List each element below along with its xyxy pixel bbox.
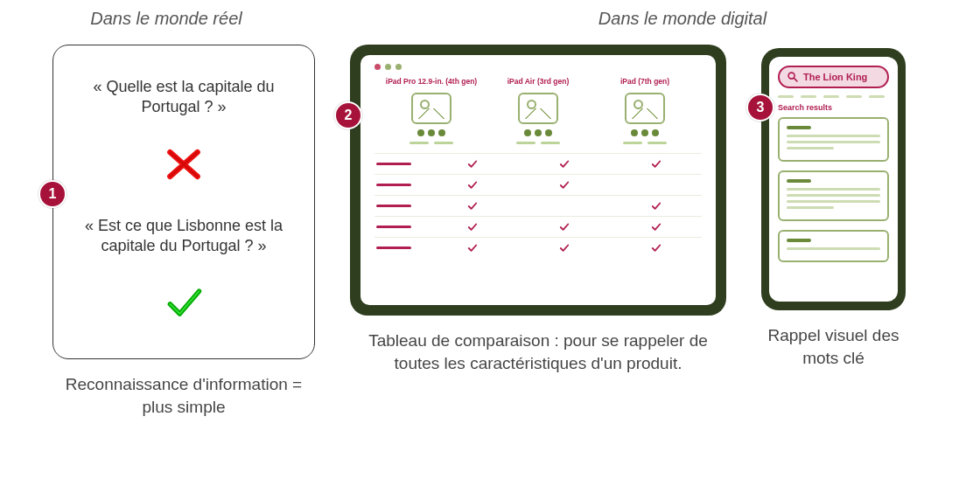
- check-cell: [427, 219, 519, 235]
- table-row: [374, 237, 702, 258]
- check-cell: [610, 240, 702, 256]
- check-cell: [519, 156, 611, 172]
- check-cell: [610, 219, 702, 235]
- panel-search-results: 3 The Lion King Search results: [761, 48, 906, 310]
- row-label-placeholder: [374, 205, 427, 207]
- result-card: [778, 117, 889, 162]
- search-query-text: The Lion King: [803, 72, 867, 82]
- badge-three: 3: [746, 94, 774, 121]
- placeholder-lines: [410, 142, 453, 144]
- svg-line-1: [794, 78, 797, 81]
- check-cell: [519, 219, 611, 235]
- row-label-placeholder: [374, 226, 427, 228]
- pager-dots-icon: [524, 129, 552, 136]
- table-row: [374, 153, 702, 174]
- panel2-caption: Tableau de comparaison : pour se rappele…: [350, 330, 726, 374]
- table-row: [374, 174, 702, 195]
- placeholder-lines: [623, 142, 667, 144]
- check-cell: [610, 177, 702, 193]
- check-cell: [427, 177, 519, 193]
- result-card: [778, 230, 889, 262]
- check-cell: [519, 240, 611, 256]
- question-recognition: « Est ce que Lisbonne est la capitale du…: [69, 216, 298, 257]
- check-cell: [427, 240, 519, 256]
- row-label-placeholder: [374, 246, 427, 249]
- check-cell: [427, 198, 519, 214]
- row-label-placeholder: [374, 163, 427, 165]
- heading-digital-world: Dans le monde digital: [332, 9, 980, 29]
- phone-frame: The Lion King Search results: [761, 48, 906, 310]
- panel-real-world: 1 « Quelle est la capitale du Portugal ?…: [52, 45, 315, 359]
- product-col-3: iPad (7th gen): [620, 77, 669, 87]
- check-icon: [164, 283, 204, 327]
- image-placeholder-icon: [625, 93, 665, 124]
- tablet-frame: iPad Pro 12.9-in. (4th gen) iPad Air (3r…: [350, 45, 726, 316]
- pager-dots-icon: [417, 129, 445, 136]
- product-col-1: iPad Pro 12.9-in. (4th gen): [386, 77, 477, 87]
- image-placeholder-icon: [518, 93, 558, 124]
- search-results-label: Search results: [778, 103, 889, 112]
- badge-two: 2: [334, 101, 362, 129]
- check-cell: [519, 177, 611, 193]
- placeholder-lines: [516, 142, 560, 144]
- table-row: [374, 195, 702, 216]
- panel-comparison-table: 2 iPad Pro 12.9-in. (4th gen) iPad Air (…: [350, 45, 726, 316]
- image-placeholder-icon: [411, 93, 452, 124]
- search-input[interactable]: The Lion King: [778, 66, 889, 88]
- check-cell: [610, 198, 702, 214]
- window-controls-icon: [374, 64, 702, 70]
- panel3-caption: Rappel visuel des mots clé: [761, 324, 906, 369]
- cross-icon: [164, 144, 204, 188]
- panel1-caption: Reconnaissance d'information = plus simp…: [52, 373, 315, 418]
- question-recall: « Quelle est la capitale du Portugal ? »: [69, 77, 298, 118]
- pager-dots-icon: [631, 129, 659, 136]
- check-cell: [519, 198, 611, 214]
- row-label-placeholder: [374, 184, 427, 186]
- check-cell: [610, 156, 702, 172]
- check-cell: [427, 156, 519, 172]
- result-card: [778, 170, 889, 221]
- badge-one: 1: [38, 180, 66, 208]
- search-icon: [787, 71, 799, 83]
- nav-placeholder: [778, 95, 889, 98]
- product-col-2: iPad Air (3rd gen): [508, 77, 570, 87]
- heading-real-world: Dans le monde réel: [0, 9, 332, 29]
- table-row: [374, 216, 702, 237]
- comparison-rows: [374, 153, 702, 258]
